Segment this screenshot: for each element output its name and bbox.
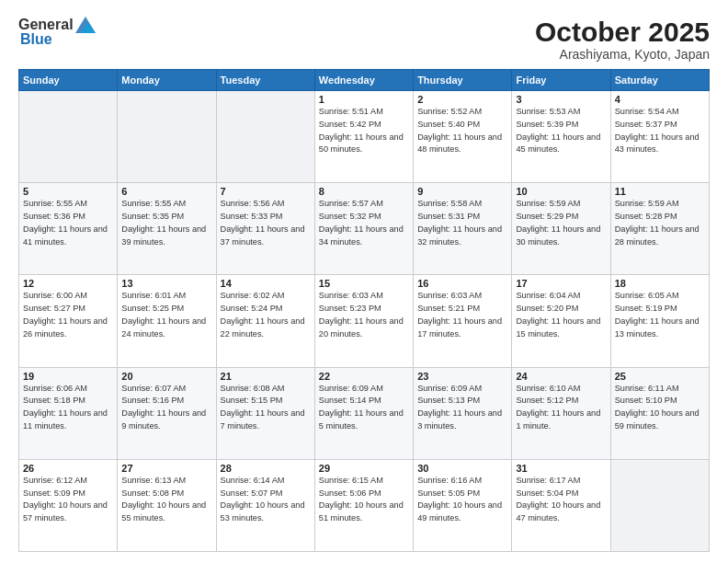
calendar-cell: 23Sunrise: 6:09 AM Sunset: 5:13 PM Dayli… [414, 367, 512, 459]
page: General Blue October 2025 Arashiyama, Ky… [0, 0, 728, 563]
day-number: 9 [417, 186, 507, 197]
calendar-cell: 29Sunrise: 6:15 AM Sunset: 5:06 PM Dayli… [314, 459, 413, 551]
day-info: Sunrise: 6:10 AM Sunset: 5:12 PM Dayligh… [516, 383, 606, 433]
weekday-header-thursday: Thursday [414, 70, 512, 91]
location: Arashiyama, Kyoto, Japan [535, 47, 710, 62]
calendar-cell: 8Sunrise: 5:57 AM Sunset: 5:32 PM Daylig… [314, 183, 413, 275]
day-number: 15 [319, 278, 409, 289]
day-info: Sunrise: 5:57 AM Sunset: 5:32 PM Dayligh… [319, 198, 409, 248]
day-number: 7 [221, 186, 311, 197]
day-number: 21 [221, 371, 311, 382]
day-number: 13 [121, 278, 211, 289]
day-number: 14 [221, 278, 311, 289]
day-number: 24 [516, 371, 606, 382]
calendar: SundayMondayTuesdayWednesdayThursdayFrid… [18, 69, 710, 552]
day-info: Sunrise: 6:16 AM Sunset: 5:05 PM Dayligh… [417, 475, 507, 525]
calendar-cell: 18Sunrise: 6:05 AM Sunset: 5:19 PM Dayli… [610, 275, 709, 367]
day-info: Sunrise: 6:12 AM Sunset: 5:09 PM Dayligh… [23, 475, 113, 525]
week-row-1: 1Sunrise: 5:51 AM Sunset: 5:42 PM Daylig… [19, 91, 710, 183]
calendar-cell: 7Sunrise: 5:56 AM Sunset: 5:33 PM Daylig… [216, 183, 314, 275]
weekday-header-friday: Friday [512, 70, 610, 91]
logo: General Blue [18, 17, 96, 48]
day-info: Sunrise: 6:13 AM Sunset: 5:08 PM Dayligh… [121, 475, 211, 525]
day-info: Sunrise: 6:14 AM Sunset: 5:07 PM Dayligh… [221, 475, 311, 525]
calendar-cell: 31Sunrise: 6:17 AM Sunset: 5:04 PM Dayli… [512, 459, 610, 551]
logo-icon [75, 17, 96, 33]
day-number: 28 [221, 463, 311, 474]
weekday-header-sunday: Sunday [19, 70, 118, 91]
day-info: Sunrise: 5:55 AM Sunset: 5:36 PM Dayligh… [23, 198, 113, 248]
calendar-cell: 20Sunrise: 6:07 AM Sunset: 5:16 PM Dayli… [118, 367, 216, 459]
day-number: 16 [417, 278, 507, 289]
day-info: Sunrise: 6:07 AM Sunset: 5:16 PM Dayligh… [121, 383, 211, 433]
calendar-cell: 19Sunrise: 6:06 AM Sunset: 5:18 PM Dayli… [19, 367, 118, 459]
weekday-header-wednesday: Wednesday [314, 70, 413, 91]
title-block: October 2025 Arashiyama, Kyoto, Japan [535, 17, 710, 62]
day-number: 11 [615, 186, 705, 197]
day-number: 20 [121, 371, 211, 382]
day-info: Sunrise: 5:55 AM Sunset: 5:35 PM Dayligh… [121, 198, 211, 248]
calendar-cell: 14Sunrise: 6:02 AM Sunset: 5:24 PM Dayli… [216, 275, 314, 367]
logo-blue-text: Blue [20, 31, 52, 48]
day-info: Sunrise: 5:52 AM Sunset: 5:40 PM Dayligh… [417, 106, 507, 156]
day-info: Sunrise: 6:04 AM Sunset: 5:20 PM Dayligh… [516, 290, 606, 340]
calendar-cell [118, 91, 216, 183]
day-number: 12 [23, 278, 113, 289]
weekday-header-tuesday: Tuesday [216, 70, 314, 91]
day-number: 8 [319, 186, 409, 197]
weekday-header-saturday: Saturday [610, 70, 709, 91]
day-info: Sunrise: 5:58 AM Sunset: 5:31 PM Dayligh… [417, 198, 507, 248]
month-title: October 2025 [535, 17, 710, 47]
day-info: Sunrise: 6:08 AM Sunset: 5:15 PM Dayligh… [221, 383, 311, 433]
calendar-cell: 30Sunrise: 6:16 AM Sunset: 5:05 PM Dayli… [414, 459, 512, 551]
calendar-cell: 3Sunrise: 5:53 AM Sunset: 5:39 PM Daylig… [512, 91, 610, 183]
day-number: 4 [615, 94, 705, 105]
calendar-cell: 15Sunrise: 6:03 AM Sunset: 5:23 PM Dayli… [314, 275, 413, 367]
day-number: 22 [319, 371, 409, 382]
day-info: Sunrise: 5:53 AM Sunset: 5:39 PM Dayligh… [516, 106, 606, 156]
day-number: 17 [516, 278, 606, 289]
calendar-cell: 28Sunrise: 6:14 AM Sunset: 5:07 PM Dayli… [216, 459, 314, 551]
calendar-cell: 1Sunrise: 5:51 AM Sunset: 5:42 PM Daylig… [314, 91, 413, 183]
day-info: Sunrise: 5:56 AM Sunset: 5:33 PM Dayligh… [221, 198, 311, 248]
day-number: 1 [319, 94, 409, 105]
day-number: 18 [615, 278, 705, 289]
calendar-cell [610, 459, 709, 551]
calendar-cell: 5Sunrise: 5:55 AM Sunset: 5:36 PM Daylig… [19, 183, 118, 275]
header: General Blue October 2025 Arashiyama, Ky… [18, 17, 710, 62]
calendar-cell: 24Sunrise: 6:10 AM Sunset: 5:12 PM Dayli… [512, 367, 610, 459]
calendar-cell: 13Sunrise: 6:01 AM Sunset: 5:25 PM Dayli… [118, 275, 216, 367]
calendar-cell: 9Sunrise: 5:58 AM Sunset: 5:31 PM Daylig… [414, 183, 512, 275]
day-number: 29 [319, 463, 409, 474]
day-info: Sunrise: 6:02 AM Sunset: 5:24 PM Dayligh… [221, 290, 311, 340]
calendar-cell: 12Sunrise: 6:00 AM Sunset: 5:27 PM Dayli… [19, 275, 118, 367]
calendar-cell: 26Sunrise: 6:12 AM Sunset: 5:09 PM Dayli… [19, 459, 118, 551]
day-number: 26 [23, 463, 113, 474]
day-number: 3 [516, 94, 606, 105]
day-number: 19 [23, 371, 113, 382]
calendar-cell: 22Sunrise: 6:09 AM Sunset: 5:14 PM Dayli… [314, 367, 413, 459]
day-info: Sunrise: 6:15 AM Sunset: 5:06 PM Dayligh… [319, 475, 409, 525]
week-row-4: 19Sunrise: 6:06 AM Sunset: 5:18 PM Dayli… [19, 367, 710, 459]
day-number: 31 [516, 463, 606, 474]
calendar-cell: 6Sunrise: 5:55 AM Sunset: 5:35 PM Daylig… [118, 183, 216, 275]
day-number: 23 [417, 371, 507, 382]
day-info: Sunrise: 6:17 AM Sunset: 5:04 PM Dayligh… [516, 475, 606, 525]
day-info: Sunrise: 6:11 AM Sunset: 5:10 PM Dayligh… [615, 383, 705, 433]
day-info: Sunrise: 5:59 AM Sunset: 5:29 PM Dayligh… [516, 198, 606, 248]
day-number: 27 [121, 463, 211, 474]
day-info: Sunrise: 5:51 AM Sunset: 5:42 PM Dayligh… [319, 106, 409, 156]
day-info: Sunrise: 6:05 AM Sunset: 5:19 PM Dayligh… [615, 290, 705, 340]
day-number: 2 [417, 94, 507, 105]
calendar-cell: 25Sunrise: 6:11 AM Sunset: 5:10 PM Dayli… [610, 367, 709, 459]
calendar-cell [19, 91, 118, 183]
calendar-cell: 10Sunrise: 5:59 AM Sunset: 5:29 PM Dayli… [512, 183, 610, 275]
day-number: 10 [516, 186, 606, 197]
calendar-cell [216, 91, 314, 183]
day-info: Sunrise: 6:03 AM Sunset: 5:21 PM Dayligh… [417, 290, 507, 340]
day-info: Sunrise: 6:03 AM Sunset: 5:23 PM Dayligh… [319, 290, 409, 340]
week-row-2: 5Sunrise: 5:55 AM Sunset: 5:36 PM Daylig… [19, 183, 710, 275]
week-row-3: 12Sunrise: 6:00 AM Sunset: 5:27 PM Dayli… [19, 275, 710, 367]
calendar-cell: 2Sunrise: 5:52 AM Sunset: 5:40 PM Daylig… [414, 91, 512, 183]
day-info: Sunrise: 6:09 AM Sunset: 5:14 PM Dayligh… [319, 383, 409, 433]
